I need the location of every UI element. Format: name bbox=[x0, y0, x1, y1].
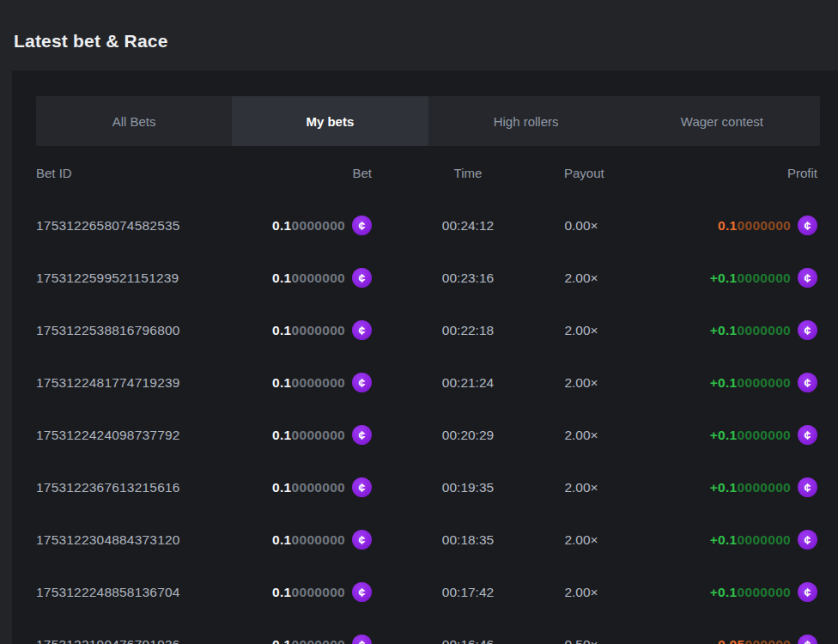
bet-amount-cell: 0.10000000 ¢ bbox=[234, 216, 372, 235]
table-body: 1753122658074582535 0.10000000 ¢ 00:24:1… bbox=[12, 199, 838, 644]
payout-multiplier-value: 0.00× bbox=[564, 218, 598, 234]
bet-amount-cell: 0.10000000 ¢ bbox=[234, 373, 372, 392]
payout-multiplier-value: 2.00× bbox=[564, 480, 598, 495]
profit-cell: +0.10000000 ¢ bbox=[598, 373, 817, 392]
bet-time-value: 00:18:35 bbox=[372, 532, 564, 548]
profit-cell: +0.10000000 ¢ bbox=[598, 530, 817, 550]
cent-coin-icon: ¢ bbox=[352, 373, 372, 392]
profit-cell: 0.10000000 ¢ bbox=[598, 216, 817, 235]
profit-cell: +0.10000000 ¢ bbox=[598, 320, 817, 340]
table-row[interactable]: 1753122190476791936 0.10000000 ¢ 00:16:4… bbox=[36, 618, 817, 644]
bet-time-value: 00:24:12 bbox=[372, 218, 564, 234]
tab-high-rollers[interactable]: High rollers bbox=[428, 96, 624, 146]
bet-amount: 0.10000000 bbox=[272, 428, 345, 443]
bet-id-value: 1753122424098737792 bbox=[36, 428, 234, 443]
bet-id-value: 1753122248858136704 bbox=[36, 585, 234, 600]
bet-id-value: 1753122658074582535 bbox=[36, 218, 234, 234]
profit-cell: +0.10000000 ¢ bbox=[598, 477, 817, 497]
table-row[interactable]: 1753122538816796800 0.10000000 ¢ 00:22:1… bbox=[36, 304, 817, 356]
table-row[interactable]: 1753122304884373120 0.10000000 ¢ 00:18:3… bbox=[36, 513, 817, 566]
cent-coin-icon: ¢ bbox=[798, 216, 817, 235]
table-header-row: Bet ID Bet Time Payout Profit bbox=[36, 146, 817, 199]
header-time: Time bbox=[372, 166, 564, 180]
table-row[interactable]: 1753122367613215616 0.10000000 ¢ 00:19:3… bbox=[36, 461, 817, 513]
bet-time-value: 00:20:29 bbox=[372, 428, 564, 443]
bet-amount-cell: 0.10000000 ¢ bbox=[234, 320, 372, 340]
payout-multiplier-value: 2.00× bbox=[564, 375, 598, 391]
bet-id-value: 1753122190476791936 bbox=[36, 637, 234, 644]
cent-coin-icon: ¢ bbox=[798, 320, 817, 340]
profit-amount: +0.10000000 bbox=[710, 375, 791, 391]
profit-amount: +0.10000000 bbox=[710, 532, 791, 548]
bet-amount: 0.10000000 bbox=[272, 532, 345, 548]
bet-amount-cell: 0.10000000 ¢ bbox=[234, 425, 372, 445]
payout-multiplier-value: 2.00× bbox=[564, 585, 598, 600]
cent-coin-icon: ¢ bbox=[798, 268, 817, 288]
tab-wager-contest[interactable]: Wager contest bbox=[624, 96, 820, 146]
bet-amount: 0.10000000 bbox=[272, 375, 345, 391]
profit-cell: 0.05000000 ¢ bbox=[598, 635, 817, 644]
profit-amount: +0.10000000 bbox=[710, 585, 791, 600]
table-row[interactable]: 1753122658074582535 0.10000000 ¢ 00:24:1… bbox=[36, 199, 817, 252]
profit-amount: 0.10000000 bbox=[718, 218, 791, 234]
bet-amount: 0.10000000 bbox=[272, 323, 345, 338]
cent-coin-icon: ¢ bbox=[352, 320, 372, 340]
bet-id-value: 1753122304884373120 bbox=[36, 532, 234, 548]
bet-id-value: 1753122599521151239 bbox=[36, 270, 234, 286]
profit-cell: +0.10000000 ¢ bbox=[598, 425, 817, 445]
bets-tab-bar: All Bets My bets High rollers Wager cont… bbox=[36, 96, 820, 146]
page-header: Latest bet & Race bbox=[0, 0, 838, 69]
profit-cell: +0.10000000 ¢ bbox=[598, 268, 817, 288]
profit-cell: +0.10000000 ¢ bbox=[598, 582, 817, 602]
table-row[interactable]: 1753122481774719239 0.10000000 ¢ 00:21:2… bbox=[36, 356, 817, 409]
latest-bets-panel: All Bets My bets High rollers Wager cont… bbox=[12, 70, 838, 644]
tab-my-bets[interactable]: My bets bbox=[232, 96, 428, 146]
table-row[interactable]: 1753122599521151239 0.10000000 ¢ 00:23:1… bbox=[36, 252, 817, 304]
profit-amount: +0.10000000 bbox=[710, 270, 791, 286]
payout-multiplier-value: 2.00× bbox=[564, 532, 598, 548]
cent-coin-icon: ¢ bbox=[352, 530, 372, 550]
header-bet: Bet bbox=[234, 166, 372, 180]
cent-coin-icon: ¢ bbox=[352, 582, 372, 602]
cent-coin-icon: ¢ bbox=[352, 477, 372, 497]
bet-amount: 0.10000000 bbox=[272, 585, 345, 600]
cent-coin-icon: ¢ bbox=[352, 635, 372, 644]
bet-amount-cell: 0.10000000 ¢ bbox=[234, 477, 372, 497]
bet-time-value: 00:21:24 bbox=[372, 375, 564, 391]
payout-multiplier-value: 2.00× bbox=[564, 270, 598, 286]
bet-amount-cell: 0.10000000 ¢ bbox=[234, 530, 372, 550]
bet-id-value: 1753122367613215616 bbox=[36, 480, 234, 495]
cent-coin-icon: ¢ bbox=[798, 425, 817, 445]
bet-amount-cell: 0.10000000 ¢ bbox=[234, 268, 372, 288]
bet-time-value: 00:17:42 bbox=[372, 585, 564, 600]
bet-amount-cell: 0.10000000 ¢ bbox=[234, 582, 372, 602]
bet-time-value: 00:22:18 bbox=[372, 323, 564, 338]
cent-coin-icon: ¢ bbox=[798, 635, 817, 644]
cent-coin-icon: ¢ bbox=[352, 268, 372, 288]
cent-coin-icon: ¢ bbox=[798, 477, 817, 497]
cent-coin-icon: ¢ bbox=[352, 216, 372, 235]
bet-id-value: 1753122538816796800 bbox=[36, 323, 234, 338]
bet-amount: 0.10000000 bbox=[272, 637, 345, 644]
bet-amount-cell: 0.10000000 ¢ bbox=[234, 635, 372, 644]
bet-amount: 0.10000000 bbox=[272, 270, 345, 286]
bet-time-value: 00:16:46 bbox=[372, 637, 564, 644]
profit-amount: +0.10000000 bbox=[710, 480, 791, 495]
bet-time-value: 00:19:35 bbox=[372, 480, 564, 495]
bet-amount: 0.10000000 bbox=[272, 218, 345, 234]
profit-amount: 0.05000000 bbox=[718, 637, 791, 644]
bet-amount: 0.10000000 bbox=[272, 480, 345, 495]
cent-coin-icon: ¢ bbox=[798, 530, 817, 550]
profit-amount: +0.10000000 bbox=[710, 428, 791, 443]
bet-id-value: 1753122481774719239 bbox=[36, 375, 234, 391]
profit-amount: +0.10000000 bbox=[710, 323, 791, 338]
table-row[interactable]: 1753122424098737792 0.10000000 ¢ 00:20:2… bbox=[36, 409, 817, 461]
table-row[interactable]: 1753122248858136704 0.10000000 ¢ 00:17:4… bbox=[36, 566, 817, 618]
cent-coin-icon: ¢ bbox=[352, 425, 372, 445]
payout-multiplier-value: 0.50× bbox=[564, 637, 598, 644]
header-bet-id: Bet ID bbox=[36, 166, 234, 180]
header-profit: Profit bbox=[598, 166, 817, 180]
payout-multiplier-value: 2.00× bbox=[564, 323, 598, 338]
bet-time-value: 00:23:16 bbox=[372, 270, 564, 286]
tab-all-bets[interactable]: All Bets bbox=[36, 96, 232, 146]
